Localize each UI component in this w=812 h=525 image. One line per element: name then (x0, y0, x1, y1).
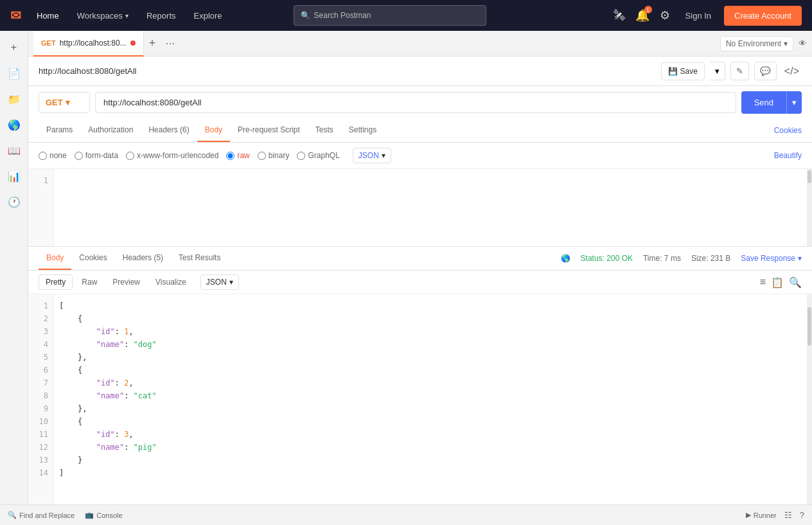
option-form-data[interactable]: form-data (75, 151, 118, 160)
request-header: http://localhost:8080/getAll 💾 Save ▾ ✎ … (28, 57, 812, 86)
code-line-8: "name": "cat" (59, 389, 802, 402)
code-line-6: { (59, 364, 802, 377)
code-line-10: { (59, 415, 802, 428)
runner-icon: ▶ (746, 511, 751, 519)
sign-in-button[interactable]: Sign In (678, 7, 719, 24)
find-replace-item[interactable]: 🔍 Find and Replace (8, 511, 75, 519)
tab-url-label: http://localhost:80... (60, 39, 127, 48)
response-tabs: Body Cookies Headers (5) Test Results 🌎 … (28, 247, 812, 271)
url-input[interactable] (95, 92, 736, 113)
save-dropdown-button[interactable]: ▾ (710, 62, 725, 80)
response-format-selector[interactable]: JSON ▾ (200, 274, 239, 290)
response-icons: ≡ 📋 🔍 (760, 276, 802, 289)
resp-view-pretty[interactable]: Pretty (39, 274, 73, 290)
runner-item[interactable]: ▶ Runner (746, 511, 777, 519)
filter-icon[interactable]: ≡ (760, 276, 766, 289)
sidebar-monitor-icon[interactable]: 📊 (3, 165, 26, 188)
option-graphql[interactable]: GraphQL (297, 151, 339, 160)
method-label: GET (46, 98, 63, 107)
save-button[interactable]: 💾 Save (661, 62, 705, 80)
main-area: + 📄 📁 🌎 📖 📊 🕐 GET http://localhost:80...… (0, 31, 812, 504)
line-numbers: 1 (28, 169, 54, 246)
satellite-icon[interactable]: 🛰 (611, 6, 628, 25)
status-label: Status: 200 OK (581, 254, 633, 263)
grid-icon[interactable]: ☷ (784, 510, 792, 520)
response-code-content: [ { "id": 1, "name": "dog" }, { "id": 2,… (54, 294, 807, 504)
nav-explore[interactable]: Explore (186, 7, 230, 24)
postman-logo: ✉ (10, 8, 21, 23)
search-bar[interactable]: 🔍 Search Postman (294, 5, 486, 26)
env-label: No Environment (726, 39, 781, 48)
code-icon[interactable]: </> (782, 63, 802, 80)
tab-body[interactable]: Body (197, 119, 230, 142)
resp-view-preview[interactable]: Preview (106, 275, 146, 289)
send-dropdown-button[interactable]: ▾ (786, 91, 802, 114)
editor-scrollbar[interactable] (807, 169, 812, 246)
settings-icon[interactable]: ⚙ (657, 6, 673, 25)
comment-button[interactable]: 💬 (754, 62, 777, 80)
option-raw[interactable]: raw (226, 151, 249, 160)
option-none[interactable]: none (39, 151, 67, 160)
resp-tab-headers[interactable]: Headers (5) (115, 247, 171, 270)
create-account-button[interactable]: Create Account (724, 6, 802, 26)
resp-view-raw[interactable]: Raw (75, 275, 103, 289)
code-line-3: "id": 1, (59, 325, 802, 338)
environment-selector[interactable]: No Environment ▾ (720, 36, 793, 51)
sidebar-mock-icon[interactable]: 📖 (3, 139, 26, 162)
help-icon[interactable]: ? (800, 510, 804, 520)
method-selector[interactable]: GET ▾ (39, 92, 90, 113)
response-line-numbers: 1 2 3 4 5 6 7 8 9 10 11 12 13 14 (28, 294, 54, 504)
response-status: 🌎 Status: 200 OK Time: 7 ms Size: 231 B … (561, 254, 802, 263)
code-line-1: [ (59, 299, 802, 312)
code-line-9: }, (59, 402, 802, 415)
code-content[interactable] (54, 169, 807, 246)
send-button[interactable]: Send (741, 91, 786, 114)
eye-icon[interactable]: 👁 (799, 39, 807, 48)
tab-authorization[interactable]: Authorization (80, 119, 141, 142)
beautify-button[interactable]: Beautify (774, 151, 802, 160)
cookies-link[interactable]: Cookies (774, 126, 802, 135)
request-title: http://localhost:8080/getAll (39, 66, 656, 76)
chevron-down-icon: ▾ (382, 151, 385, 160)
json-format-selector[interactable]: JSON ▾ (353, 148, 391, 163)
sidebar-api-icon[interactable]: 📄 (3, 62, 26, 85)
resp-tab-test-results[interactable]: Test Results (171, 247, 228, 270)
nav-workspaces[interactable]: Workspaces ▾ (69, 7, 136, 24)
response-view-tabs: Pretty Raw Preview Visualize JSON ▾ ≡ 📋 … (28, 271, 812, 294)
chevron-down-icon: ▾ (66, 98, 70, 107)
response-scrollbar[interactable] (807, 294, 812, 504)
chevron-down-icon: ▾ (125, 12, 128, 19)
option-urlencoded[interactable]: x-www-form-urlencoded (126, 151, 218, 160)
tab-params[interactable]: Params (39, 119, 80, 142)
tab-tests[interactable]: Tests (308, 119, 341, 142)
search-response-icon[interactable]: 🔍 (789, 276, 802, 289)
nav-reports[interactable]: Reports (139, 7, 184, 24)
request-tab[interactable]: GET http://localhost:80... (33, 31, 144, 57)
chevron-down-icon: ▾ (229, 278, 233, 287)
edit-button[interactable]: ✎ (730, 62, 749, 80)
resp-tab-cookies[interactable]: Cookies (71, 247, 114, 270)
sidebar-collection-icon[interactable]: 📁 (3, 87, 26, 111)
more-tabs-button[interactable]: ⋯ (161, 39, 180, 49)
resp-tab-body[interactable]: Body (39, 247, 71, 270)
code-line-2: { (59, 312, 802, 325)
tab-settings[interactable]: Settings (341, 119, 384, 142)
nav-home[interactable]: Home (29, 7, 67, 24)
bell-icon[interactable]: 🔔 1 (633, 6, 652, 25)
nav-right: 🛰 🔔 1 ⚙ Sign In Create Account (611, 6, 802, 26)
response-section: Body Cookies Headers (5) Test Results 🌎 … (28, 246, 812, 504)
sidebar-history-icon[interactable]: 🕐 (3, 190, 26, 213)
send-button-group: Send ▾ (741, 91, 802, 114)
resp-view-visualize[interactable]: Visualize (149, 275, 193, 289)
url-bar: GET ▾ Send ▾ (28, 86, 812, 119)
option-binary[interactable]: binary (258, 151, 290, 160)
sidebar-env-icon[interactable]: 🌎 (3, 113, 26, 136)
add-tab-button[interactable]: + (144, 37, 161, 50)
tab-headers[interactable]: Headers (6) (141, 119, 197, 142)
console-icon: 📺 (85, 511, 94, 519)
tab-pre-request[interactable]: Pre-request Script (230, 119, 308, 142)
save-response-button[interactable]: Save Response ▾ (741, 254, 802, 263)
sidebar-new-icon[interactable]: + (3, 36, 26, 59)
copy-icon[interactable]: 📋 (771, 276, 784, 289)
console-item[interactable]: 📺 Console (85, 511, 122, 519)
